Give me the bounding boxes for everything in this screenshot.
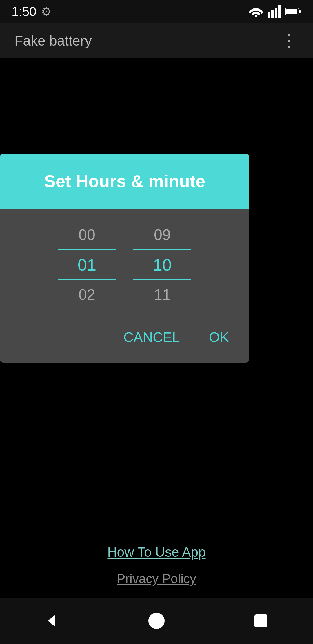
hours-above[interactable]: 00 bbox=[58, 220, 116, 249]
svg-marker-8 bbox=[48, 615, 55, 627]
minutes-picker[interactable]: 09 10 11 bbox=[133, 220, 191, 309]
home-icon bbox=[148, 612, 165, 629]
app-title: Fake battery bbox=[14, 33, 92, 49]
svg-point-0 bbox=[255, 15, 257, 17]
picker-container: 00 01 02 09 10 11 bbox=[14, 220, 235, 309]
navigation-bar bbox=[0, 598, 313, 644]
minutes-selected[interactable]: 10 bbox=[133, 250, 191, 279]
how-to-use-link[interactable]: How To Use App bbox=[107, 544, 205, 560]
more-options-icon[interactable]: ⋮ bbox=[281, 30, 299, 51]
ok-button[interactable]: OK bbox=[203, 326, 235, 348]
dialog-header: Set Hours & minute bbox=[0, 154, 249, 209]
status-bar: 1:50 ⚙ bbox=[0, 0, 313, 23]
svg-rect-4 bbox=[278, 5, 281, 18]
dialog-body: 00 01 02 09 10 11 CANCEL OK bbox=[0, 209, 249, 363]
svg-point-9 bbox=[148, 613, 165, 629]
recent-apps-button[interactable] bbox=[249, 609, 272, 632]
cancel-button[interactable]: CANCEL bbox=[118, 326, 186, 348]
bottom-links: How To Use App Privacy Policy bbox=[0, 544, 313, 586]
wifi-icon bbox=[249, 6, 263, 17]
battery-icon bbox=[285, 7, 301, 16]
svg-rect-10 bbox=[254, 614, 267, 627]
svg-rect-3 bbox=[275, 8, 277, 18]
app-bar: Fake battery ⋮ bbox=[0, 23, 313, 58]
svg-rect-1 bbox=[268, 12, 270, 18]
signal-icon bbox=[268, 5, 281, 18]
recent-apps-icon bbox=[253, 613, 269, 629]
minutes-below[interactable]: 11 bbox=[133, 280, 191, 309]
time-picker-dialog: Set Hours & minute 00 01 02 09 10 11 CAN… bbox=[0, 154, 249, 363]
status-time: 1:50 bbox=[12, 4, 37, 19]
dialog-actions: CANCEL OK bbox=[14, 323, 235, 348]
back-icon bbox=[43, 612, 61, 629]
hours-selected[interactable]: 01 bbox=[58, 250, 116, 279]
back-button[interactable] bbox=[41, 609, 64, 632]
svg-rect-2 bbox=[271, 10, 274, 18]
hours-below[interactable]: 02 bbox=[58, 280, 116, 309]
svg-rect-7 bbox=[286, 9, 297, 14]
dialog-title: Set Hours & minute bbox=[44, 171, 205, 191]
settings-icon: ⚙ bbox=[41, 5, 52, 18]
status-icons bbox=[249, 5, 301, 18]
svg-rect-6 bbox=[299, 10, 301, 13]
privacy-policy-link[interactable]: Privacy Policy bbox=[117, 571, 196, 586]
hours-picker[interactable]: 00 01 02 bbox=[58, 220, 116, 309]
home-button[interactable] bbox=[145, 609, 168, 632]
minutes-above[interactable]: 09 bbox=[133, 220, 191, 249]
